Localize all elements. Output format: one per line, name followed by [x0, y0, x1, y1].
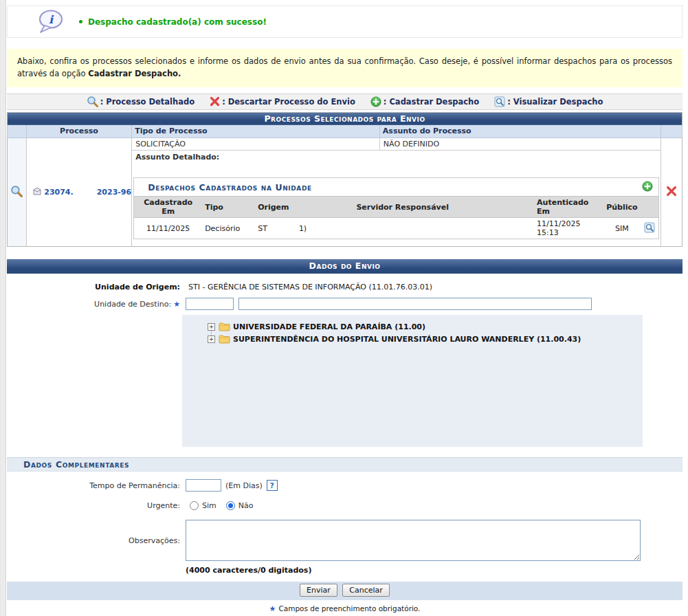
process-detail-cell [8, 138, 27, 247]
view-despacho-icon [494, 96, 505, 107]
info-bubble-icon: i [36, 10, 64, 34]
assunto-processo-value: NÃO DEFINIDO [379, 138, 661, 150]
tree-node-hulw[interactable]: + SUPERINTENDÊNCIA DO HOSPITAL UNIVERSIT… [208, 333, 643, 345]
col-actions [661, 125, 683, 138]
unidade-origem-value: STI - GERÊNCIA DE SISTEMAS DE INFORMAÇÃO… [188, 283, 432, 292]
page: i Despacho cadastrado(a) com sucesso! Ab… [7, 6, 683, 616]
desp-col-origem: Origem [255, 197, 353, 218]
discard-x-icon[interactable] [666, 186, 677, 199]
legend-cadastrar: : Cadastrar Despacho [370, 96, 479, 107]
despacho-servidor [353, 218, 534, 239]
folder-icon [219, 322, 230, 331]
unidade-origem-label: Unidade de Origem: [7, 283, 180, 292]
tipo-processo-value: SOLICITAÇÃO [132, 138, 380, 150]
required-note-text: Campos de preenchimento obrigatório. [278, 604, 420, 613]
urgente-sim-radio[interactable] [190, 501, 199, 510]
urgente-nao-label[interactable]: Não [238, 501, 254, 510]
col-assunto: Assunto do Processo [379, 125, 661, 138]
legend-label: : Descartar Processo do Envio [222, 97, 355, 107]
despacho-tipo: Decisório [202, 218, 255, 239]
process-number-link[interactable]: 23074.2023-96 [44, 188, 131, 197]
magnifier-icon [87, 96, 98, 107]
assunto-detalhado-label: Assunto Detalhado: [135, 153, 219, 162]
desp-col-servidor: Servidor Responsável [353, 197, 534, 218]
process-detail-magnifier-icon[interactable] [10, 185, 23, 199]
folder-icon [219, 334, 230, 344]
legend-label: : Processo Detalhado [100, 97, 195, 107]
success-message: Despacho cadastrado(a) com sucesso! [88, 17, 267, 27]
discard-cell [661, 138, 683, 247]
observacoes-textarea[interactable] [186, 520, 641, 561]
tree-expand-icon[interactable]: + [208, 323, 215, 331]
unidade-destino-row: Unidade de Destino:★ [7, 298, 683, 310]
despacho-view-cell [641, 218, 659, 239]
discard-x-icon [210, 96, 220, 107]
instructions-bold: Cadastrar Despacho. [88, 69, 181, 78]
urgente-nao-radio[interactable] [226, 501, 235, 510]
desp-col-cadastrado: Cadastrado Em [134, 197, 202, 218]
col-tipo: Tipo de Processo [132, 125, 380, 138]
tree-node-label[interactable]: UNIVERSIDADE FEDERAL DA PARAÍBA (11.00) [233, 322, 425, 331]
help-icon[interactable]: ? [267, 480, 278, 491]
page-edge-decoration [0, 0, 6, 616]
cancelar-button[interactable]: Cancelar [342, 584, 390, 597]
unidade-destino-label: Unidade de Destino:★ [7, 300, 180, 309]
despacho-row: 11/11/2025 Decisório ST1) 11/11/2025 15:… [134, 218, 658, 239]
add-plus-icon [370, 96, 381, 107]
despacho-publico: SIM [603, 218, 640, 239]
tempo-permanencia-input[interactable] [186, 479, 221, 492]
desp-col-publico: Público [603, 197, 640, 218]
success-bullet [79, 20, 82, 23]
enviar-button[interactable]: Enviar [300, 584, 337, 597]
observacoes-row: Observações: [7, 520, 683, 561]
destino-code-input[interactable] [186, 298, 234, 310]
dados-complementares-title: Dados Complementares [7, 457, 683, 472]
legend-label: : Cadastrar Despacho [384, 97, 479, 107]
legend-processo-detalhado: : Processo Detalhado [87, 96, 195, 107]
despachos-table: Cadastrado Em Tipo Origem Servidor Respo… [134, 196, 658, 239]
despacho-autenticado-em: 11/11/2025 15:13 [534, 218, 603, 239]
char-counter: (4000 caracteres/0 digitados) [186, 566, 683, 575]
required-star-icon: ★ [269, 604, 276, 613]
urgente-row: Urgente: Sim Não [7, 501, 683, 510]
col-lens [8, 125, 27, 138]
unidade-origem-row: Unidade de Origem: STI - GERÊNCIA DE SIS… [7, 283, 683, 292]
urgente-label: Urgente: [7, 501, 180, 510]
origem-prefix: ST [258, 224, 267, 233]
add-despacho-icon[interactable] [642, 181, 653, 194]
view-despacho-icon[interactable] [644, 222, 655, 235]
destino-name-input[interactable] [238, 298, 592, 310]
dados-envio-title: Dados do Envio [7, 259, 683, 274]
icon-legend: : Processo Detalhado : Descartar Process… [7, 94, 683, 110]
legend-descartar: : Descartar Processo do Envio [210, 96, 355, 107]
unidade-destino-label-text: Unidade de Destino: [94, 300, 171, 309]
document-icon [32, 187, 42, 196]
em-dias-label: (Em Dias) [225, 481, 263, 490]
required-note: ★Campos de preenchimento obrigatório. [7, 604, 683, 613]
tempo-permanencia-row: Tempo de Permanência: (Em Dias) ? [7, 479, 683, 492]
processos-table-title: Processos Selecionados para Envio [8, 112, 683, 125]
button-bar: Enviar Cancelar [7, 582, 683, 600]
desp-col-view [641, 197, 659, 218]
despachos-title-row: Despachos Cadastrados na Unidade [134, 178, 658, 196]
despacho-origem: ST1) [255, 218, 353, 239]
observacoes-label: Observações: [7, 536, 180, 545]
processos-table: Processos Selecionados para Envio Proces… [7, 112, 683, 248]
unit-tree-panel: + UNIVERSIDADE FEDERAL DA PARAÍBA (11.00… [182, 315, 643, 447]
urgente-sim-label[interactable]: Sim [202, 501, 217, 510]
legend-visualizar: : Visualizar Despacho [494, 96, 603, 107]
tree-expand-icon[interactable]: + [208, 336, 215, 343]
success-message-box: i Despacho cadastrado(a) com sucesso! [7, 6, 683, 38]
col-processo: Processo [26, 125, 131, 138]
assunto-detalhado-cell: Assunto Detalhado: [132, 150, 661, 177]
process-number-cell: 23074.2023-96 [26, 138, 131, 247]
process-number-prefix: 23074. [44, 188, 73, 197]
despachos-cell: Despachos Cadastrados na Unidade [132, 177, 661, 247]
required-star-icon: ★ [173, 300, 180, 309]
tempo-permanencia-label: Tempo de Permanência: [7, 481, 180, 490]
tree-node-ufpb[interactable]: + UNIVERSIDADE FEDERAL DA PARAÍBA (11.00… [208, 320, 643, 333]
origem-suffix: 1) [299, 224, 307, 233]
instructions-box: Abaixo, confira os processos selecionado… [7, 49, 683, 87]
despachos-title: Despachos Cadastrados na Unidade [148, 182, 642, 192]
tree-node-label[interactable]: SUPERINTENDÊNCIA DO HOSPITAL UNIVERSITÁR… [233, 335, 581, 344]
